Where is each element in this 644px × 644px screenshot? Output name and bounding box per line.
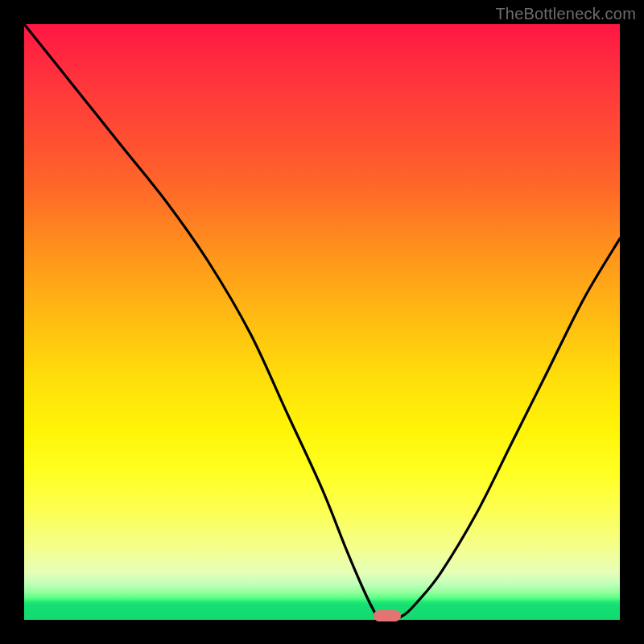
chart-frame: TheBottleneck.com: [0, 0, 644, 644]
attribution-label: TheBottleneck.com: [495, 5, 636, 23]
optimal-marker: [374, 610, 401, 621]
bottleneck-curve: [24, 24, 620, 620]
curve-path: [24, 24, 620, 620]
plot-area: [24, 24, 620, 620]
